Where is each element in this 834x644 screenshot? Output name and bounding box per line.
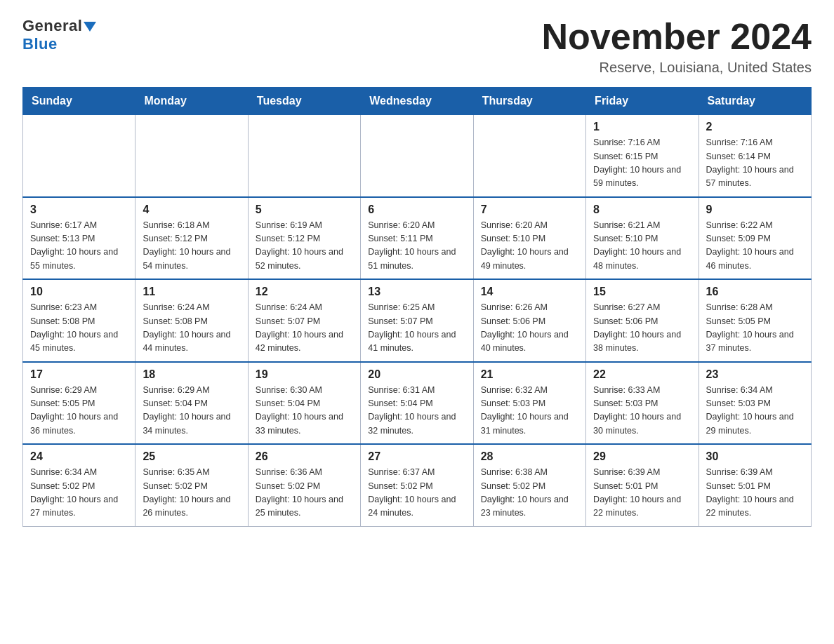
calendar-day-cell: 17Sunrise: 6:29 AMSunset: 5:05 PMDayligh… bbox=[23, 362, 135, 445]
day-number: 19 bbox=[256, 368, 353, 381]
day-number: 22 bbox=[593, 368, 691, 381]
calendar-week-row: 3Sunrise: 6:17 AMSunset: 5:13 PMDaylight… bbox=[23, 197, 812, 280]
day-number: 14 bbox=[481, 286, 578, 298]
day-number: 2 bbox=[706, 121, 804, 133]
calendar-day-cell: 24Sunrise: 6:34 AMSunset: 5:02 PMDayligh… bbox=[23, 444, 135, 526]
calendar-day-cell: 25Sunrise: 6:35 AMSunset: 5:02 PMDayligh… bbox=[135, 444, 248, 526]
day-info: Sunrise: 7:16 AMSunset: 6:15 PMDaylight:… bbox=[593, 136, 691, 191]
day-number: 18 bbox=[143, 368, 240, 381]
day-info: Sunrise: 6:21 AMSunset: 5:10 PMDaylight:… bbox=[593, 219, 691, 274]
page-header: General Blue November 2024 Reserve, Loui… bbox=[22, 17, 812, 76]
day-info: Sunrise: 6:24 AMSunset: 5:08 PMDaylight:… bbox=[143, 301, 240, 356]
day-number: 30 bbox=[706, 450, 804, 463]
day-number: 20 bbox=[368, 368, 465, 381]
day-info: Sunrise: 6:19 AMSunset: 5:12 PMDaylight:… bbox=[256, 219, 353, 274]
logo: General Blue bbox=[22, 17, 96, 53]
day-info: Sunrise: 6:24 AMSunset: 5:07 PMDaylight:… bbox=[256, 301, 353, 356]
day-info: Sunrise: 6:17 AMSunset: 5:13 PMDaylight:… bbox=[30, 219, 128, 274]
location-subtitle: Reserve, Louisiana, United States bbox=[542, 60, 812, 76]
calendar-day-cell: 5Sunrise: 6:19 AMSunset: 5:12 PMDaylight… bbox=[248, 197, 360, 280]
day-info: Sunrise: 6:27 AMSunset: 5:06 PMDaylight:… bbox=[593, 301, 691, 356]
calendar-day-cell: 4Sunrise: 6:18 AMSunset: 5:12 PMDaylight… bbox=[135, 197, 248, 280]
day-number: 9 bbox=[706, 203, 804, 216]
day-number: 3 bbox=[30, 203, 128, 216]
calendar-day-cell: 10Sunrise: 6:23 AMSunset: 5:08 PMDayligh… bbox=[23, 279, 135, 362]
day-info: Sunrise: 6:31 AMSunset: 5:04 PMDaylight:… bbox=[368, 384, 465, 438]
day-number: 12 bbox=[256, 286, 353, 298]
day-info: Sunrise: 6:18 AMSunset: 5:12 PMDaylight:… bbox=[143, 219, 240, 274]
day-info: Sunrise: 6:22 AMSunset: 5:09 PMDaylight:… bbox=[706, 219, 804, 274]
day-number: 17 bbox=[30, 368, 128, 381]
day-number: 21 bbox=[481, 368, 578, 381]
calendar-day-cell: 28Sunrise: 6:38 AMSunset: 5:02 PMDayligh… bbox=[473, 444, 585, 526]
day-of-week-header: Monday bbox=[135, 88, 248, 115]
day-of-week-header: Wednesday bbox=[361, 88, 473, 115]
day-number: 10 bbox=[30, 286, 128, 298]
calendar-day-cell: 11Sunrise: 6:24 AMSunset: 5:08 PMDayligh… bbox=[135, 279, 248, 362]
day-info: Sunrise: 6:34 AMSunset: 5:02 PMDaylight:… bbox=[30, 466, 128, 521]
day-number: 24 bbox=[30, 450, 128, 463]
calendar-day-cell: 7Sunrise: 6:20 AMSunset: 5:10 PMDaylight… bbox=[473, 197, 585, 280]
day-number: 11 bbox=[143, 286, 240, 298]
day-number: 6 bbox=[368, 203, 465, 216]
day-number: 4 bbox=[143, 203, 240, 216]
day-of-week-header: Thursday bbox=[473, 88, 585, 115]
calendar-table: SundayMondayTuesdayWednesdayThursdayFrid… bbox=[22, 87, 812, 527]
calendar-day-cell: 3Sunrise: 6:17 AMSunset: 5:13 PMDaylight… bbox=[23, 197, 135, 280]
month-year-title: November 2024 bbox=[542, 17, 812, 57]
day-info: Sunrise: 6:39 AMSunset: 5:01 PMDaylight:… bbox=[706, 466, 804, 521]
day-info: Sunrise: 6:23 AMSunset: 5:08 PMDaylight:… bbox=[30, 301, 128, 356]
calendar-day-cell: 19Sunrise: 6:30 AMSunset: 5:04 PMDayligh… bbox=[248, 362, 360, 445]
day-number: 23 bbox=[706, 368, 804, 381]
title-section: November 2024 Reserve, Louisiana, United… bbox=[542, 17, 812, 76]
day-of-week-header: Friday bbox=[586, 88, 699, 115]
calendar-day-cell bbox=[248, 115, 360, 197]
calendar-day-cell bbox=[23, 115, 135, 197]
day-info: Sunrise: 6:39 AMSunset: 5:01 PMDaylight:… bbox=[593, 466, 691, 521]
day-number: 1 bbox=[593, 121, 691, 133]
calendar-day-cell bbox=[135, 115, 248, 197]
calendar-week-row: 24Sunrise: 6:34 AMSunset: 5:02 PMDayligh… bbox=[23, 444, 812, 526]
day-number: 15 bbox=[593, 286, 691, 298]
day-info: Sunrise: 6:29 AMSunset: 5:04 PMDaylight:… bbox=[143, 384, 240, 438]
day-info: Sunrise: 6:32 AMSunset: 5:03 PMDaylight:… bbox=[481, 384, 578, 438]
calendar-day-cell: 1Sunrise: 7:16 AMSunset: 6:15 PMDaylight… bbox=[586, 115, 699, 197]
day-number: 5 bbox=[256, 203, 353, 216]
day-info: Sunrise: 6:35 AMSunset: 5:02 PMDaylight:… bbox=[143, 466, 240, 521]
logo-triangle-icon bbox=[84, 22, 96, 32]
calendar-day-cell: 26Sunrise: 6:36 AMSunset: 5:02 PMDayligh… bbox=[248, 444, 360, 526]
day-info: Sunrise: 6:30 AMSunset: 5:04 PMDaylight:… bbox=[256, 384, 353, 438]
day-number: 8 bbox=[593, 203, 691, 216]
logo-blue-text: Blue bbox=[22, 35, 58, 53]
calendar-day-cell: 9Sunrise: 6:22 AMSunset: 5:09 PMDaylight… bbox=[699, 197, 811, 280]
day-number: 7 bbox=[481, 203, 578, 216]
day-number: 16 bbox=[706, 286, 804, 298]
calendar-day-cell: 2Sunrise: 7:16 AMSunset: 6:14 PMDaylight… bbox=[699, 115, 811, 197]
day-of-week-header: Sunday bbox=[23, 88, 135, 115]
calendar-header-row: SundayMondayTuesdayWednesdayThursdayFrid… bbox=[23, 88, 812, 115]
calendar-day-cell: 6Sunrise: 6:20 AMSunset: 5:11 PMDaylight… bbox=[361, 197, 473, 280]
calendar-day-cell: 27Sunrise: 6:37 AMSunset: 5:02 PMDayligh… bbox=[361, 444, 473, 526]
day-info: Sunrise: 6:26 AMSunset: 5:06 PMDaylight:… bbox=[481, 301, 578, 356]
calendar-day-cell: 29Sunrise: 6:39 AMSunset: 5:01 PMDayligh… bbox=[586, 444, 699, 526]
calendar-day-cell: 15Sunrise: 6:27 AMSunset: 5:06 PMDayligh… bbox=[586, 279, 699, 362]
calendar-day-cell: 20Sunrise: 6:31 AMSunset: 5:04 PMDayligh… bbox=[361, 362, 473, 445]
day-number: 28 bbox=[481, 450, 578, 463]
day-info: Sunrise: 6:20 AMSunset: 5:10 PMDaylight:… bbox=[481, 219, 578, 274]
logo-general-text: General bbox=[22, 17, 82, 34]
day-info: Sunrise: 6:34 AMSunset: 5:03 PMDaylight:… bbox=[706, 384, 804, 438]
day-info: Sunrise: 6:20 AMSunset: 5:11 PMDaylight:… bbox=[368, 219, 465, 274]
day-number: 25 bbox=[143, 450, 240, 463]
day-info: Sunrise: 6:25 AMSunset: 5:07 PMDaylight:… bbox=[368, 301, 465, 356]
calendar-day-cell: 16Sunrise: 6:28 AMSunset: 5:05 PMDayligh… bbox=[699, 279, 811, 362]
day-info: Sunrise: 6:38 AMSunset: 5:02 PMDaylight:… bbox=[481, 466, 578, 521]
calendar-day-cell: 30Sunrise: 6:39 AMSunset: 5:01 PMDayligh… bbox=[699, 444, 811, 526]
day-number: 27 bbox=[368, 450, 465, 463]
calendar-day-cell bbox=[473, 115, 585, 197]
day-of-week-header: Tuesday bbox=[248, 88, 360, 115]
calendar-day-cell: 12Sunrise: 6:24 AMSunset: 5:07 PMDayligh… bbox=[248, 279, 360, 362]
day-info: Sunrise: 7:16 AMSunset: 6:14 PMDaylight:… bbox=[706, 136, 804, 191]
day-number: 26 bbox=[256, 450, 353, 463]
day-info: Sunrise: 6:36 AMSunset: 5:02 PMDaylight:… bbox=[256, 466, 353, 521]
day-info: Sunrise: 6:33 AMSunset: 5:03 PMDaylight:… bbox=[593, 384, 691, 438]
